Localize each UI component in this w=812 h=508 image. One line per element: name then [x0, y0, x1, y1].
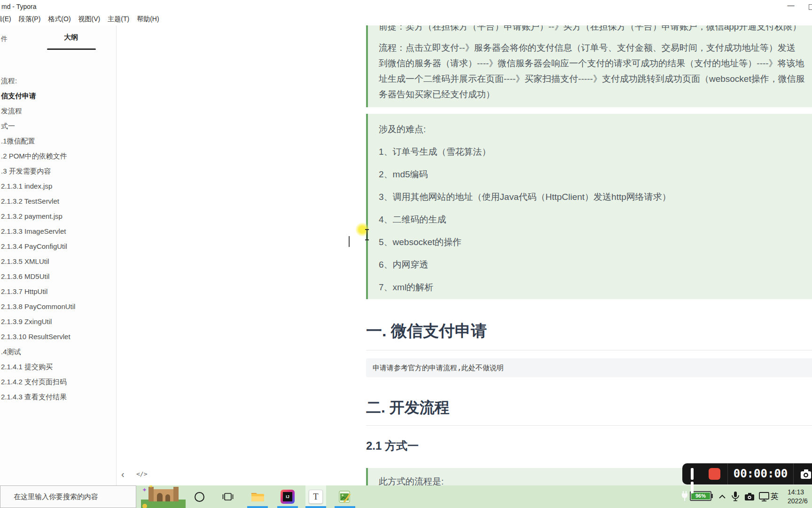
ibeam-cursor-icon — [364, 229, 370, 243]
difficulty-line: 7、xml的解析 — [379, 279, 812, 295]
intellij-idea-icon[interactable]: IJ — [277, 485, 298, 508]
menu-item[interactable]: 辑(E) — [0, 15, 11, 24]
outline-list: 流程:信支付申请发流程式一.1微信配置.2 POM中的依赖文件.3 开发需要内容… — [1, 73, 116, 405]
outline-item[interactable]: 2.1.3.8 PayCommonUtil — [1, 299, 116, 314]
search-highlight-image[interactable]: ✦ — [141, 485, 186, 508]
cortana-icon[interactable] — [195, 492, 204, 502]
outline-item[interactable]: 2.1.3.2 TestServlet — [1, 194, 116, 209]
taskbar-search-input[interactable]: 在这里输入你要搜索的内容 — [0, 485, 136, 508]
power-plug-icon — [680, 490, 689, 504]
outline-item[interactable]: 2.1.3.7 HttpUtil — [1, 284, 116, 299]
blockquote-difficulties[interactable]: 涉及的难点:1、订单号生成（雪花算法）2、md5编码3、调用其他网站的地址（使用… — [366, 114, 812, 299]
flow-line: 址生成一个二维码并展示在页面----》买家扫描支付-----》支付成功跳转到成功… — [379, 71, 812, 87]
outline-item[interactable]: 发流程 — [1, 103, 116, 119]
microphone-icon[interactable] — [728, 485, 742, 508]
tab-outline[interactable]: 大纲 — [64, 33, 78, 42]
flow-line: 务器告知买家已经支付成功） — [379, 87, 812, 102]
outline-item[interactable]: 2.1.3.4 PayConfigUtil — [1, 239, 116, 254]
divider — [793, 463, 794, 484]
sidebar: 件 大纲 流程:信支付申请发流程式一.1微信配置.2 POM中的依赖文件.3 开… — [0, 25, 117, 485]
sparkle-icon: ✦ — [142, 486, 147, 493]
document: 前提：卖方（在担保方（平台）申请账户）--》买方（在担保方（平台）申请账户，微信… — [117, 25, 812, 485]
outline-item[interactable]: 2.1.3.5 XMLUtil — [1, 254, 116, 269]
open-app-indicator — [277, 506, 298, 508]
image-editor-icon[interactable] — [335, 485, 355, 508]
menu-bar: 辑(E)段落(P)格式(O)视图(V)主题(T)帮助(H) — [0, 13, 812, 25]
sidebar-collapse-icon[interactable]: ‹ — [121, 468, 125, 480]
recording-timer: 00:00:00 — [728, 463, 793, 484]
search-text: 在这里输入你要搜索的内容 — [14, 486, 98, 508]
menu-item[interactable]: 视图(V) — [78, 15, 101, 24]
outline-item[interactable]: 2.1.3.2 payment.jsp — [1, 209, 116, 224]
maximize-button[interactable] — [809, 4, 812, 10]
outline-item[interactable]: .3 开发需要内容 — [1, 164, 116, 179]
tray-chevron-icon[interactable] — [715, 485, 729, 508]
typora-label: T — [309, 490, 323, 504]
menu-item[interactable]: 段落(P) — [19, 15, 41, 24]
tray-date: 2022/6 — [788, 497, 808, 506]
outline-item[interactable]: 2.1.4.1 提交购买 — [1, 359, 116, 374]
difficulty-line: 6、内网穿透 — [379, 257, 812, 272]
file-explorer-icon[interactable] — [247, 485, 268, 508]
menu-item[interactable]: 帮助(H) — [137, 15, 159, 24]
outline-item[interactable]: 2.1.3.3 ImageServlet — [1, 224, 116, 239]
tray-clock[interactable]: 14:13 2022/6 — [788, 488, 808, 506]
outline-item[interactable]: 式一 — [1, 119, 116, 134]
minimize-button[interactable]: — — [783, 0, 799, 12]
ime-indicator[interactable]: 英 — [771, 491, 779, 502]
outline-item[interactable]: 2.1.3.9 ZxingUtil — [1, 314, 116, 329]
screen: md - Typora — 辑(E)段落(P)格式(O)视图(V)主题(T)帮助… — [0, 0, 812, 508]
idea-label: IJ — [283, 492, 292, 501]
heading-method-one: 2.1 方式一 — [366, 437, 812, 454]
typora-taskbar-icon[interactable]: T — [305, 485, 326, 508]
title-bar: md - Typora — — [0, 0, 812, 13]
difficulty-line: 2、md5编码 — [379, 167, 812, 182]
tab-files[interactable]: 件 — [1, 35, 8, 43]
camera-icon[interactable] — [800, 468, 812, 482]
editor-content[interactable]: 前提：卖方（在担保方（平台）申请账户）--》买方（在担保方（平台）申请账户，微信… — [117, 25, 812, 485]
flow-line: 到微信的服务器（请求）----》微信服务器会响应一个支付的请求可成功的结果（支付… — [379, 56, 812, 71]
outline-item[interactable]: 信支付申请 — [1, 88, 116, 103]
open-app-indicator — [247, 506, 268, 508]
display-tray-icon[interactable] — [757, 485, 772, 508]
difficulty-line: 3、调用其他网站的地址（使用Java代码（HttpClient）发送http网络… — [379, 189, 812, 205]
difficulty-line: 4、二维码的生成 — [379, 212, 812, 227]
heading-wechat-pay-apply: 一. 微信支付申请 — [366, 320, 812, 350]
flow-line: 流程：点击立即支付--》服务器会将你的支付信息（订单号、支付金额、交易时间，支付… — [379, 40, 812, 56]
text-caret — [349, 236, 350, 247]
outline-item[interactable]: .2 POM中的依赖文件 — [1, 149, 116, 164]
task-view-icon[interactable] — [218, 485, 238, 508]
pause-icon[interactable] — [691, 468, 700, 480]
source-code-mode-icon[interactable]: </> — [136, 470, 147, 477]
heading-dev-process: 二. 开发流程 — [366, 397, 812, 426]
outline-item[interactable]: 2.1.3.1 index.jsp — [1, 179, 116, 194]
outline-item[interactable]: 2.1.3.10 ResultServlet — [1, 329, 116, 344]
outline-item[interactable]: .1微信配置 — [1, 134, 116, 149]
tab-active-underline — [47, 48, 96, 50]
open-app-indicator — [335, 506, 355, 508]
difficulty-line: 涉及的难点: — [379, 121, 812, 137]
difficulty-line: 5、websocket的操作 — [379, 234, 812, 250]
tray-time: 14:13 — [788, 488, 808, 497]
difficulty-line: 1、订单号生成（雪花算法） — [379, 144, 812, 159]
camera-tray-icon[interactable] — [742, 485, 757, 508]
outline-item[interactable]: 2.1.4.3 查看支付结果 — [1, 389, 116, 405]
stop-button[interactable] — [709, 468, 720, 480]
outline-item[interactable]: 2.1.4.2 支付页面扫码 — [1, 374, 116, 389]
menu-item[interactable]: 格式(O) — [48, 15, 70, 24]
open-app-indicator — [305, 506, 326, 508]
outline-item[interactable]: .4测试 — [1, 344, 116, 359]
screen-recorder-bar: 00:00:00 — [682, 463, 812, 484]
outline-item[interactable]: 2.1.3.6 MD5Util — [1, 269, 116, 284]
code-block[interactable]: 申请请参考官方的申请流程,此处不做说明 — [366, 358, 812, 377]
window-title: md - Typora — [1, 3, 36, 10]
menu-item[interactable]: 主题(T) — [108, 15, 129, 24]
outline-item[interactable]: 流程: — [1, 73, 116, 88]
battery-percent: 96% — [691, 492, 710, 500]
